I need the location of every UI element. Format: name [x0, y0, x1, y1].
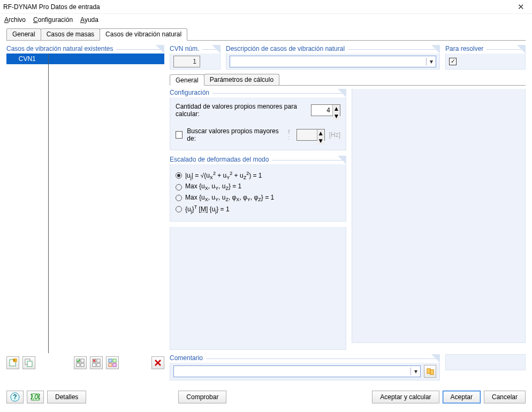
- deselect-button[interactable]: [90, 356, 103, 369]
- cvn-label: CVN núm.: [170, 45, 202, 52]
- chevron-down-icon[interactable]: ▾: [411, 368, 420, 375]
- subtab-calc[interactable]: Parámetros de cálculo: [204, 74, 279, 85]
- select-all-button[interactable]: [74, 356, 87, 369]
- delete-case-button[interactable]: [151, 356, 164, 369]
- help-button[interactable]: ?: [6, 391, 24, 403]
- check-button[interactable]: Comprobar: [178, 391, 226, 403]
- tab-mass-cases[interactable]: Casos de masas: [41, 28, 100, 40]
- svg-text:?: ?: [13, 393, 17, 401]
- svg-rect-3: [27, 361, 32, 367]
- color-panel: [445, 354, 526, 370]
- radio-maxu-label: Max {uX, uY, uZ} = 1: [185, 182, 241, 191]
- list-item-id[interactable]: CVN1: [6, 54, 48, 64]
- spinner-up-icon[interactable]: ▲: [333, 105, 340, 112]
- hz-unit: [Hz]: [329, 131, 340, 139]
- menubar: Archivo Configuración Ayuda: [0, 14, 532, 27]
- menu-help[interactable]: Ayuda: [80, 16, 98, 24]
- svg-rect-6: [77, 363, 80, 367]
- sub-tabs: General Parámetros de cálculo: [170, 74, 526, 86]
- eigen-count-spinner[interactable]: 4 ▲▼: [311, 104, 340, 116]
- freq-suffix: f :: [288, 129, 293, 141]
- svg-rect-17: [430, 370, 434, 375]
- cancel-button[interactable]: Cancelar: [484, 391, 526, 403]
- arrange-button[interactable]: [106, 356, 119, 369]
- list-item: CVN1: [6, 54, 164, 64]
- list-item-desc[interactable]: [48, 54, 164, 64]
- ok-calc-button[interactable]: Aceptar y calcular: [372, 391, 439, 403]
- copy-case-button[interactable]: [22, 356, 35, 369]
- menu-file[interactable]: Archivo: [4, 16, 26, 24]
- svg-rect-15: [113, 363, 116, 367]
- empty-panel-left: [170, 227, 346, 350]
- svg-rect-7: [81, 363, 84, 367]
- footer: ? 0,00 Detalles Comprobar Aceptar y calc…: [6, 391, 526, 403]
- radio-mass[interactable]: {uj}T [M] {uj} = 1: [176, 204, 340, 214]
- radio-maxall-label: Max {uX, uY, uZ, φX, φY, φZ} = 1: [185, 194, 274, 202]
- svg-rect-9: [97, 359, 100, 362]
- eigen-count-label: Cantidad de valores propios menores para…: [176, 103, 307, 118]
- solve-label: Para resolver: [445, 45, 487, 52]
- tab-nvc[interactable]: Casos de vibración natural: [100, 28, 187, 41]
- svg-rect-10: [93, 363, 96, 367]
- desc-label: Descripción de casos de vibración natura…: [226, 45, 348, 52]
- radio-maxall[interactable]: Max {uX, uY, uZ, φX, φY, φZ} = 1: [176, 194, 340, 202]
- search-greater-value: [297, 129, 316, 140]
- close-icon[interactable]: ✕: [513, 2, 529, 12]
- cvn-number[interactable]: 1: [173, 56, 200, 67]
- scaling-header: Escalado de deformadas del modo: [170, 156, 272, 163]
- svg-rect-12: [109, 359, 112, 362]
- empty-panel-right: [352, 89, 526, 343]
- radio-icon[interactable]: [176, 206, 182, 212]
- radio-norm-label: |uj| = √(uX2 + uY2 + uZ2) = 1: [185, 171, 262, 180]
- search-greater-checkbox[interactable]: [176, 131, 183, 139]
- new-case-button[interactable]: [6, 356, 19, 369]
- svg-rect-13: [113, 359, 116, 362]
- menu-config[interactable]: Configuración: [33, 16, 73, 24]
- solve-checkbox[interactable]: ✓: [449, 58, 457, 65]
- radio-icon[interactable]: [176, 195, 182, 201]
- search-greater-label: Buscar valores propios mayores de:: [187, 127, 284, 142]
- ok-button[interactable]: Aceptar: [443, 391, 481, 403]
- radio-icon[interactable]: [176, 172, 182, 179]
- eigen-count-value[interactable]: 4: [311, 105, 332, 116]
- svg-rect-14: [109, 363, 112, 367]
- desc-combo[interactable]: ▾: [230, 56, 436, 67]
- left-header: Casos de vibración natural existentes: [6, 45, 116, 52]
- spinner-down-icon[interactable]: ▼: [333, 112, 340, 120]
- svg-rect-16: [427, 369, 430, 373]
- tab-general[interactable]: General: [6, 28, 41, 40]
- radio-mass-label: {uj}T [M] {uj} = 1: [185, 204, 230, 214]
- units-button[interactable]: 0,00: [27, 391, 44, 403]
- comment-combo[interactable]: ▾: [173, 365, 421, 377]
- comment-header: Comentario: [170, 354, 206, 362]
- svg-rect-5: [81, 359, 84, 362]
- radio-norm[interactable]: |uj| = √(uX2 + uY2 + uZ2) = 1: [176, 171, 340, 180]
- details-button[interactable]: Detalles: [47, 391, 86, 403]
- config-header: Configuración: [170, 89, 212, 96]
- radio-maxu[interactable]: Max {uX, uY, uZ} = 1: [176, 182, 340, 191]
- subtab-general[interactable]: General: [170, 74, 204, 86]
- main-tabs: General Casos de masas Casos de vibració…: [6, 28, 526, 41]
- svg-rect-11: [97, 363, 100, 367]
- svg-text:0,00: 0,00: [31, 393, 40, 401]
- comment-pick-button[interactable]: [424, 365, 436, 378]
- left-toolbar: [6, 356, 164, 369]
- radio-icon[interactable]: [176, 184, 182, 190]
- search-greater-spinner: ▲▼: [297, 129, 324, 141]
- case-list[interactable]: CVN1: [6, 54, 164, 353]
- chevron-down-icon[interactable]: ▾: [426, 58, 436, 65]
- window-title: RF-DYNAM Pro Datos de entrada: [3, 3, 513, 11]
- titlebar: RF-DYNAM Pro Datos de entrada ✕: [0, 0, 532, 14]
